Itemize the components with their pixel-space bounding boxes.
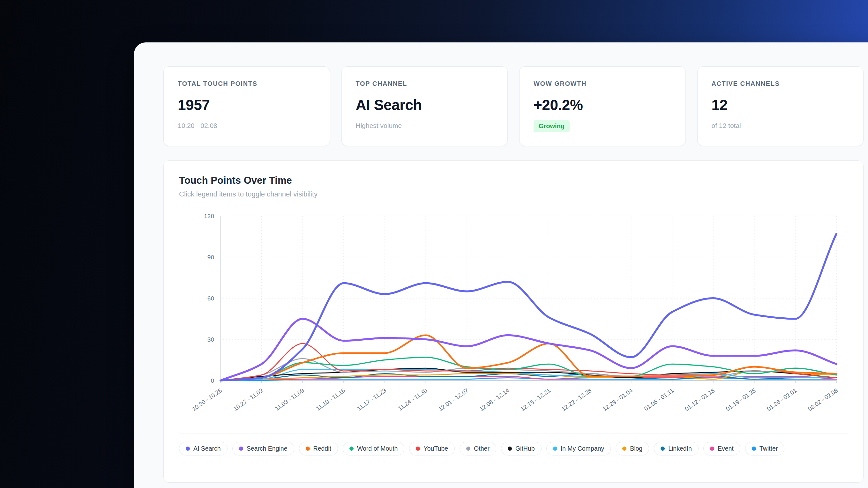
x-tick-label: 02.02 - 02.08 [807,387,839,413]
stat-value: 12 [712,96,849,113]
y-tick-label: 90 [208,254,214,261]
stat-card-active-channels: ACTIVE CHANNELS 12 of 12 total [697,66,864,146]
legend-dot [349,447,353,451]
legend-label: YouTube [424,445,448,452]
x-tick-label: 11.03 - 11.09 [274,387,305,412]
legend-item-ai-search[interactable]: AI Search [179,442,227,455]
x-tick-label: 12.29 - 01.04 [601,387,634,413]
legend-label: LinkedIn [668,445,692,452]
x-tick-label: 01.12 - 01.18 [684,387,716,413]
stat-value: 1957 [178,96,316,113]
legend-item-reddit[interactable]: Reddit [299,442,338,455]
stat-label: TOTAL TOUCH POINTS [178,80,316,87]
stat-card-wow-growth: WOW GROWTH +20.2% Growing [519,66,686,146]
x-tick-label: 11.24 - 11.30 [397,387,429,412]
y-tick-label: 120 [204,213,214,220]
legend-label: Other [474,445,490,452]
series-line-ai-search [220,234,836,381]
legend-dot [710,447,714,451]
stat-value: +20.2% [533,96,672,113]
stat-label: WOW GROWTH [533,80,672,87]
x-tick-label: 10.20 - 10.26 [191,387,223,413]
chart-legend: AI SearchSearch EngineRedditWord of Mout… [179,433,848,455]
stats-row: TOTAL TOUCH POINTS 1957 10.20 - 02.08 TO… [163,66,864,146]
stat-value: AI Search [356,96,494,113]
x-tick-label: 10.27 - 11.02 [232,387,264,412]
legend-label: In My Company [561,445,604,452]
legend-item-youtube[interactable]: YouTube [409,442,455,455]
chart-card: Touch Points Over Time Click legend item… [163,160,864,483]
legend-dot [622,447,626,451]
legend-dot [306,447,310,451]
legend-label: GitHub [516,445,535,452]
y-tick-label: 30 [208,336,214,343]
x-tick-label: 11.10 - 11.16 [315,387,346,412]
legend-label: AI Search [193,445,221,452]
x-tick-label: 12.08 - 12.14 [478,387,510,413]
legend-dot [752,447,756,451]
x-tick-label: 12.15 - 12.21 [519,387,552,413]
legend-item-twitter[interactable]: Twitter [745,442,784,455]
x-tick-label: 12.22 - 12.28 [560,387,593,413]
y-tick-label: 0 [211,377,214,384]
legend-item-blog[interactable]: Blog [616,442,649,455]
legend-dot [508,447,512,451]
legend-label: Twitter [760,445,778,452]
legend-label: Word of Mouth [357,445,398,452]
legend-label: Search Engine [247,445,287,452]
x-tick-label: 01.19 - 01.25 [725,387,757,413]
stat-subtext: Highest volume [356,122,494,130]
legend-item-in-my-company[interactable]: In My Company [546,442,611,455]
legend-label: Reddit [313,445,331,452]
legend-label: Event [718,445,734,452]
y-tick-label: 60 [208,295,214,302]
x-tick-label: 12.01 - 12.07 [437,387,469,413]
x-tick-label: 01.26 - 02.01 [766,387,798,413]
legend-dot [660,447,665,451]
chart-title: Touch Points Over Time [179,175,848,186]
chart-subtitle: Click legend items to toggle channel vis… [179,190,848,198]
stat-label: TOP CHANNEL [356,80,494,87]
stat-card-top-channel: TOP CHANNEL AI Search Highest volume [341,66,508,146]
touch-points-line-chart[interactable]: 030609012010.20 - 10.2610.27 - 11.0211.0… [179,202,848,430]
legend-dot [186,447,190,451]
legend-item-search-engine[interactable]: Search Engine [232,442,294,455]
legend-item-event[interactable]: Event [703,442,740,455]
stat-subtext: 10.20 - 02.08 [178,122,316,130]
legend-item-github[interactable]: GitHub [501,442,541,455]
stat-label: ACTIVE CHANNELS [712,80,849,87]
legend-dot [553,447,557,451]
dashboard-panel: TOTAL TOUCH POINTS 1957 10.20 - 02.08 TO… [134,42,868,488]
legend-dot [416,447,420,451]
legend-item-linkedin[interactable]: LinkedIn [654,442,699,455]
x-tick-label: 11.17 - 11.23 [356,387,388,412]
x-tick-label: 01.05 - 01.11 [643,387,675,412]
stat-card-total-touch-points: TOTAL TOUCH POINTS 1957 10.20 - 02.08 [163,66,330,146]
legend-label: Blog [630,445,642,452]
legend-dot [466,447,470,451]
chart-area: 030609012010.20 - 10.2610.27 - 11.0211.0… [179,202,848,431]
legend-item-word-of-mouth[interactable]: Word of Mouth [343,442,405,455]
legend-dot [239,447,243,451]
stat-subtext: of 12 total [712,122,849,130]
page-background: { "stats": [ { "label": "TOTAL TOUCH POI… [0,0,868,488]
legend-item-other[interactable]: Other [460,442,496,455]
growth-badge: Growing [533,120,569,132]
